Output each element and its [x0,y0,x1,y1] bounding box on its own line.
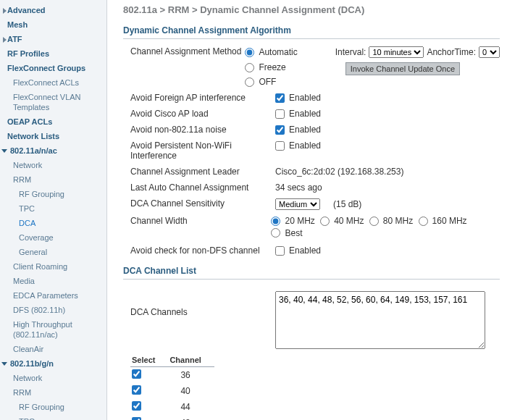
nav-a-general[interactable]: General [0,245,106,259]
cell-channel: 36 [168,367,214,384]
check-cisco-label: Enabled [289,109,321,119]
nav-flexconnect-vlan-templates[interactable]: FlexConnect VLAN Templates [0,90,106,114]
radio-cw160-label: 160 MHz [432,216,467,226]
radio-cw40[interactable] [320,217,330,226]
main-content: 802.11a > RRM > Dynamic Channel Assignme… [107,0,507,420]
invoke-button[interactable]: Invoke Channel Update Once [345,62,460,75]
label-leader: Channel Assignment Leader [130,167,275,177]
check-nondfs-label: Enabled [289,245,321,256]
radio-cw20-label: 20 MHz [285,216,314,226]
nav-80211b[interactable]: 802.11b/g/n [0,356,106,371]
value-sensitivity-db: (15 dB) [333,199,361,209]
radio-cw160[interactable] [419,217,428,226]
label-lastauto: Last Auto Channel Assignment [130,182,275,193]
check-channel[interactable] [132,385,141,395]
radio-cw40-label: 40 MHz [334,216,364,226]
nav-flexconnect-acls[interactable]: FlexConnect ACLs [0,75,106,90]
select-interval[interactable]: 10 minutes [369,46,424,58]
radio-off-label: OFF [259,77,276,87]
label-foreign: Avoid Foreign AP interference [130,93,275,103]
nav-rf-profiles[interactable]: RF Profiles [0,46,106,61]
nav-b-tpc[interactable]: TPC [0,414,106,420]
nav-80211a[interactable]: 802.11a/n/ac [0,143,106,158]
label-noise: Avoid non-802.11a noise [130,125,275,135]
radio-cw20[interactable] [271,217,280,226]
check-foreign-label: Enabled [289,93,321,103]
select-sensitivity[interactable]: Medium [275,198,320,210]
table-row: 36 [130,367,214,384]
table-row: 48 [130,415,214,420]
nav-advanced[interactable]: Advanced [0,3,106,17]
nav-b-rrm[interactable]: RRM [0,385,106,400]
radio-freeze-label: Freeze [259,62,285,72]
channel-table: Select Channel 364044485256 [130,353,214,420]
radio-automatic[interactable] [245,48,254,57]
check-foreign[interactable] [275,93,285,103]
label-persistent: Avoid Persistent Non-WiFi Interference [130,140,275,161]
th-select: Select [130,353,168,367]
check-channel[interactable] [132,417,141,420]
check-channel[interactable] [132,369,141,379]
label-anchor: AnchorTime: [427,47,476,57]
select-anchor[interactable]: 0 [479,46,500,58]
nav-a-edca[interactable]: EDCA Parameters [0,288,106,303]
check-persistent[interactable] [275,141,285,151]
sidebar: Advanced Mesh ATF RF Profiles FlexConnec… [0,0,107,420]
check-persistent-label: Enabled [289,140,321,151]
cell-channel: 48 [168,415,214,420]
nav-a-ht[interactable]: High Throughput (802.11n/ac) [0,317,106,342]
label-interval: Interval: [335,47,366,57]
th-channel: Channel [168,353,214,367]
nav-a-network[interactable]: Network [0,158,106,172]
section-algorithm-title: Dynamic Channel Assignment Algorithm [123,25,500,39]
value-lastauto: 34 secs ago [275,182,322,193]
textarea-dca-channels[interactable] [275,291,485,349]
label-dca-channels: DCA Channels [130,291,275,317]
radio-off[interactable] [245,77,254,87]
label-method: Channel Assignment Method [130,46,245,56]
nav-a-dfs[interactable]: DFS (802.11h) [0,303,106,317]
cell-channel: 40 [168,383,214,399]
nav-a-coverage[interactable]: Coverage [0,230,106,245]
nav-network-lists[interactable]: Network Lists [0,129,106,143]
breadcrumb: 802.11a > RRM > Dynamic Channel Assignme… [123,4,500,15]
nav-a-media[interactable]: Media [0,274,106,288]
label-nondfs: Avoid check for non-DFS channel [130,245,275,256]
label-sensitivity: DCA Channel Sensitivity [130,198,275,209]
nav-b-network[interactable]: Network [0,371,106,385]
channel-scroll-box[interactable]: Select Channel 364044485256 [130,353,340,420]
nav-a-dca[interactable]: DCA [0,216,106,230]
value-leader: Cisco_6c:2d:02 (192.168.38.253) [275,167,403,177]
nav-a-rrm[interactable]: RRM [0,172,106,187]
table-row: 44 [130,399,214,415]
check-nondfs[interactable] [275,246,285,256]
check-noise-label: Enabled [289,125,321,135]
radio-freeze[interactable] [245,63,254,72]
check-cisco[interactable] [275,109,285,119]
nav-mesh[interactable]: Mesh [0,17,106,32]
cell-channel: 44 [168,399,214,415]
nav-a-client-roaming[interactable]: Client Roaming [0,259,106,274]
nav-flexconnect-groups[interactable]: FlexConnect Groups [0,61,106,75]
radio-cw80-label: 80 MHz [383,216,413,226]
nav-a-cleanair[interactable]: CleanAir [0,342,106,356]
radio-cwbest-label: Best [285,228,302,238]
radio-cw80[interactable] [369,217,379,226]
nav-a-rf-grouping[interactable]: RF Grouping [0,187,106,201]
nav-atf[interactable]: ATF [0,32,106,46]
label-cisco: Avoid Cisco AP load [130,109,275,119]
table-row: 40 [130,383,214,399]
nav-b-rf-grouping[interactable]: RF Grouping [0,400,106,414]
label-chwidth: Channel Width [130,216,271,226]
section-dca-list-title: DCA Channel List [123,266,500,280]
check-noise[interactable] [275,125,285,135]
nav-oeap-acls[interactable]: OEAP ACLs [0,114,106,129]
radio-automatic-label: Automatic [259,47,297,57]
nav-a-tpc[interactable]: TPC [0,201,106,216]
radio-cwbest[interactable] [271,228,280,238]
check-channel[interactable] [132,401,141,411]
